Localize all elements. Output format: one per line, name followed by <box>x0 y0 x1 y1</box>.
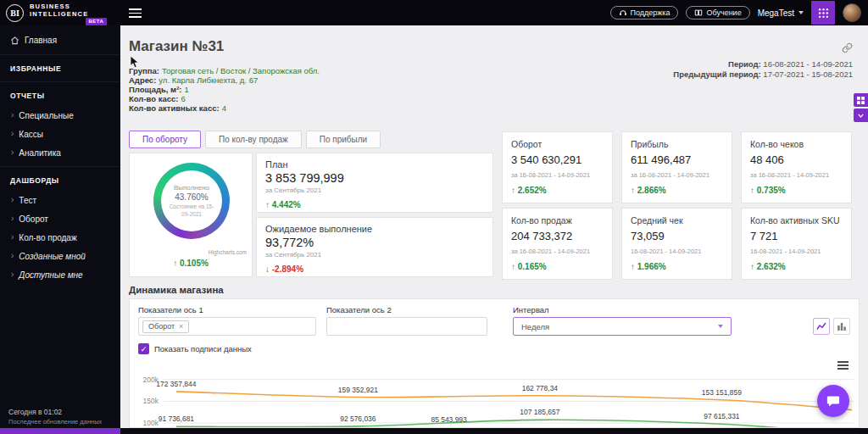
right-edge-buttons <box>854 93 868 122</box>
home-icon <box>10 36 19 45</box>
hamburger-menu-icon[interactable] <box>129 8 142 18</box>
account-label: MegaTest <box>758 8 794 18</box>
bar-chart-type-button[interactable] <box>833 318 850 335</box>
metric-chip: Оборот <box>142 320 189 333</box>
expected-delta-wrap: -2.894% <box>265 260 484 275</box>
topbar-right: Поддержка Обучение MegaTest <box>610 1 868 25</box>
svg-text:91 736,681: 91 736,681 <box>159 415 195 423</box>
sidebar-item-sales-count-dashboard[interactable]: Кол-во продаж <box>0 228 120 247</box>
gauge-delta-wrap: 0.105% <box>130 254 252 270</box>
show-data-labels-checkbox[interactable] <box>138 343 149 354</box>
svg-text:159 352,921: 159 352,921 <box>338 386 378 394</box>
gauge-delta: 0.105% <box>173 259 209 268</box>
current-period: Период: 16-08-2021 - 14-09-2021 <box>673 59 853 70</box>
axis1-input[interactable]: Оборот <box>138 317 316 336</box>
chevron-right-icon <box>11 196 14 204</box>
support-label: Поддержка <box>631 8 670 17</box>
user-avatar[interactable] <box>843 3 861 22</box>
sidebar-section-reports[interactable]: ОТЧЕТЫ <box>0 82 120 106</box>
plan-period: за Сентябрь 2021 <box>265 186 484 194</box>
main-content: Магазин №31 Группа:Торговая сеть / Восто… <box>120 25 868 434</box>
sidebar-item-available-to-me[interactable]: Доступные мне <box>0 265 120 284</box>
expected-title: Ожидаемое выполнение <box>265 224 484 234</box>
kpi-card-turnover: Оборот 3 540 630,291 за 16-08-2021 - 14-… <box>502 131 613 203</box>
chevron-down-icon <box>798 11 804 14</box>
kpi-card-receipts: Кол-во чеков 48 406 за 16-08-2021 - 14-0… <box>741 131 852 203</box>
support-button[interactable]: Поддержка <box>610 6 679 19</box>
dynamics-line-chart: 200k150k100k172 357,844159 352,921162 77… <box>130 359 859 427</box>
gauge-completed-value: 43.760% <box>175 192 208 202</box>
axis1-label: Показатели ось 1 <box>138 305 203 314</box>
chevron-down-icon <box>857 112 865 120</box>
chevron-right-icon <box>11 270 14 279</box>
dynamics-section-title: Динамика магазина <box>129 285 224 295</box>
svg-text:97 615,331: 97 615,331 <box>704 412 740 420</box>
axis2-input[interactable] <box>326 317 487 336</box>
chevron-down-icon <box>718 325 723 328</box>
tab-by-sales-count[interactable]: По кол-ву продаж <box>205 131 302 148</box>
sidebar-item-cash-registers[interactable]: Кассы <box>0 125 120 143</box>
plan-delta-wrap: 4.442% <box>265 196 484 211</box>
interval-label: Интервал <box>513 305 549 314</box>
detail-active-registers: Кол-во активных касс:4 <box>129 104 320 114</box>
dynamics-chart-area: 200k150k100k172 357,844159 352,921162 77… <box>130 359 859 427</box>
bi-logo: BI <box>6 4 24 22</box>
chevron-right-icon <box>11 214 14 223</box>
gauge-completed-label: Выполнено <box>174 184 209 192</box>
svg-text:107 185,657: 107 185,657 <box>520 408 559 416</box>
svg-text:153 151,859: 153 151,859 <box>702 388 742 397</box>
account-menu[interactable]: MegaTest <box>758 8 804 18</box>
sidebar-item-created-by-me[interactable]: Созданные мной <box>0 247 120 265</box>
sidebar-section-favorites[interactable]: ИЗБРАННЫЕ <box>0 55 120 82</box>
svg-text:172 357,844: 172 357,844 <box>156 380 196 388</box>
page-title: Магазин №31 <box>129 38 224 55</box>
remove-chip-icon[interactable] <box>179 322 183 331</box>
tab-by-profit[interactable]: По прибыли <box>306 131 381 148</box>
expected-delta: -2.894% <box>265 264 303 274</box>
sidebar-item-home[interactable]: Главная <box>0 25 120 55</box>
bottom-bar <box>120 428 868 434</box>
metric-tabs: По обороту По кол-ву продаж По прибыли <box>129 131 381 148</box>
svg-text:162 778,34: 162 778,34 <box>522 384 559 392</box>
sidebar-item-test-dashboard[interactable]: Тест <box>0 191 120 209</box>
interval-value: Неделя <box>521 322 549 331</box>
sidebar-item-turnover-dashboard[interactable]: Оборот <box>0 209 120 228</box>
interval-select[interactable]: Неделя <box>513 317 732 336</box>
apps-grid-icon <box>818 8 829 19</box>
gauge-state-text: Состояние на 15-09-2021 <box>167 203 216 217</box>
chevron-right-icon <box>11 111 14 120</box>
chevron-right-icon <box>11 252 14 260</box>
previous-period: Предыдущий период: 17-07-2021 - 15-08-20… <box>673 70 853 80</box>
brand-line2: INTELLIGENCE <box>30 11 88 19</box>
kpi-card-sales-count: Кол-во продаж 204 733,372 за 16-08-2021 … <box>502 208 613 280</box>
expected-value: 93,772% <box>265 236 484 249</box>
plan-delta: 4.442% <box>265 200 301 209</box>
chat-widget-button[interactable] <box>817 385 849 417</box>
apps-grid-button[interactable] <box>811 1 835 25</box>
svg-text:100k: 100k <box>143 419 159 427</box>
last-update-note: Последнее обновление данных <box>8 418 112 426</box>
grid-icon <box>857 97 865 104</box>
book-icon <box>694 8 703 17</box>
kpi-grid: Оборот 3 540 630,291 за 16-08-2021 - 14-… <box>502 131 852 280</box>
expected-period: за Сентябрь 2021 <box>265 251 484 259</box>
sidebar-item-special-reports[interactable]: Специальные <box>0 106 120 125</box>
sidebar-section-dashboards[interactable]: ДАШБОРДЫ <box>0 166 120 191</box>
top-bar: BI BUSINESS INTELLIGENCE BETA Поддержка … <box>0 0 868 25</box>
sidebar-home-label: Главная <box>25 36 57 45</box>
beta-badge: BETA <box>86 18 108 25</box>
bar-chart-icon <box>837 321 847 331</box>
training-label: Обучение <box>706 8 741 17</box>
kpi-card-active-sku: Кол-во активных SKU 7 721 16-08-2021 - 1… <box>741 208 852 280</box>
sidebar-item-analytics[interactable]: Аналитика <box>0 143 120 162</box>
dashboard-panel-button[interactable] <box>854 93 868 107</box>
show-data-labels-label: Показать подписи данных <box>154 344 252 353</box>
donut-center-text: Выполнено 43.760% Состояние на 15-09-202… <box>153 163 230 239</box>
sidebar: Главная ИЗБРАННЫЕ ОТЧЕТЫ Специальные Кас… <box>0 25 120 434</box>
expected-completion-card: Ожидаемое выполнение 93,772% за Сентябрь… <box>256 217 493 277</box>
share-link-icon[interactable] <box>842 42 853 53</box>
training-button[interactable]: Обучение <box>686 6 749 19</box>
tab-by-turnover[interactable]: По обороту <box>129 131 201 148</box>
line-chart-type-button[interactable] <box>813 318 830 335</box>
collapse-panel-button[interactable] <box>854 108 868 122</box>
